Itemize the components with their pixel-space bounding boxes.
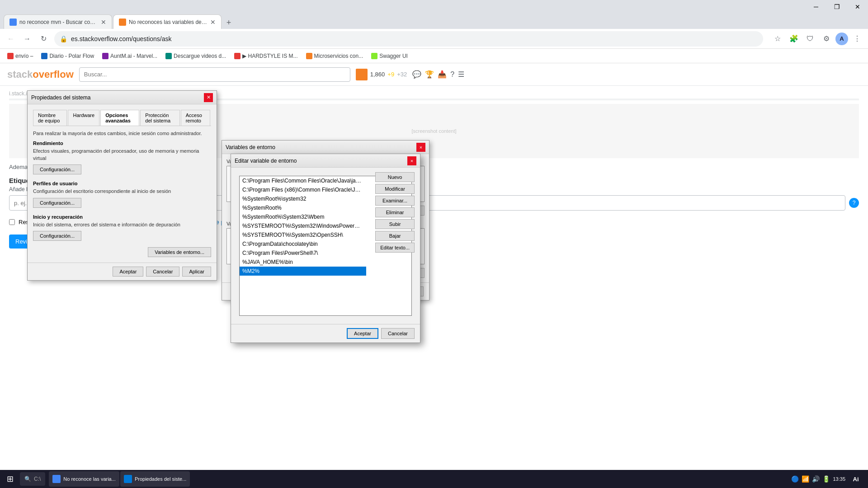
env-vars-btn[interactable]: Variables de entorno... (148, 247, 211, 257)
path-entry-8[interactable]: C:\Program Files\PowerShell\7\ (240, 249, 366, 258)
path-entry-5[interactable]: %SYSTEMROOT%\System32\WindowsPowerShell\… (240, 221, 366, 230)
bookmark-label: Swagger UI (379, 53, 408, 59)
path-entry-4[interactable]: %SystemRoot%\System32\Wbem (240, 212, 366, 221)
sys-props-aceptar-btn[interactable]: Aceptar (113, 267, 143, 277)
forward-button[interactable]: → (20, 32, 34, 46)
taskbar-sysprops-icon (124, 475, 132, 483)
trophy-icon[interactable]: 🏆 (425, 70, 434, 79)
sys-props-cancelar-btn[interactable]: Cancelar (146, 267, 179, 277)
sys-props-close-btn[interactable]: ✕ (204, 93, 213, 102)
bookmark-hardstyle[interactable]: ▶ HARDSTYLE IS M... (231, 51, 301, 61)
env-vars-row: Variables de entorno... (33, 247, 211, 257)
bookmark-favicon (102, 53, 108, 59)
taskbar-items: No reconoce las varia... Propiedades del… (49, 471, 788, 487)
sys-props-dialog: Propiedades del sistema ✕ Nombre de equi… (27, 90, 217, 281)
env-vars-close-btn[interactable]: × (416, 143, 425, 152)
path-entry-6[interactable]: %SYSTEMROOT%\System32\OpenSSH\ (240, 230, 366, 239)
perfiles-section: Perfiles de usuario Configuración del es… (33, 181, 211, 207)
edit-env-nuevo-btn[interactable]: Nuevo (375, 172, 415, 182)
tags-help-icon[interactable]: ? (849, 198, 859, 208)
taskbar-time: 13:35 (833, 476, 845, 482)
settings-icon[interactable]: ⚙ (819, 32, 834, 46)
self-answer-checkbox[interactable] (9, 219, 15, 225)
path-entry-1[interactable]: C:\Program Files (x86)\Common Files\Orac… (240, 185, 366, 194)
tab-close-1[interactable]: ✕ (101, 19, 106, 26)
edit-env-editar-texto-btn[interactable]: Editar texto... (375, 243, 415, 253)
minimize-button[interactable]: ─ (806, 0, 826, 14)
edit-env-modificar-btn[interactable]: Modificar (375, 184, 415, 194)
tab-close-2[interactable]: ✕ (210, 19, 216, 26)
bookmark-favicon (41, 53, 47, 59)
edit-env-close-btn[interactable]: × (407, 156, 416, 165)
edit-env-subir-btn[interactable]: Subir (375, 219, 415, 229)
back-button[interactable]: ← (4, 32, 18, 46)
sys-props-aplicar-btn[interactable]: Aplicar (182, 267, 211, 277)
tab-acceso-remoto[interactable]: Acceso remoto (181, 110, 210, 126)
tab-1[interactable]: no reconoce mvn - Buscar con G... ✕ (4, 14, 112, 29)
edit-env-bajar-btn[interactable]: Bajar (375, 231, 415, 241)
so-search-input[interactable] (79, 67, 350, 82)
taskbar-sysprops-item[interactable]: Propiedades del siste... (120, 471, 190, 487)
path-entry-2[interactable]: %SystemRoot%\system32 (240, 194, 366, 203)
taskbar-search[interactable]: 🔍 C:\ (20, 472, 45, 486)
menu-icon[interactable]: ⋮ (850, 32, 864, 46)
profile-button[interactable]: A (835, 33, 848, 45)
taskbar-sys-icons: 🔵 📶 🔊 🔋 13:35 (788, 475, 849, 483)
shield-icon[interactable]: 🛡 (803, 32, 817, 46)
bookmark-auntmai[interactable]: AuntM.ai - Marvel... (99, 51, 161, 61)
perfiles-config-btn[interactable]: Configuración... (33, 198, 81, 208)
taskbar-corner[interactable] (863, 470, 866, 488)
bookmark-diario[interactable]: Diario - Polar Flow (38, 51, 98, 61)
path-entry-10[interactable]: %M2% (240, 267, 366, 276)
close-window-button[interactable]: ✕ (847, 0, 868, 14)
edit-env-cancelar-btn[interactable]: Cancelar (381, 328, 415, 339)
taskbar: ⊞ 🔍 C:\ No reconoce las varia... Propied… (0, 470, 868, 488)
bookmark-videos[interactable]: Descargue videos d... (162, 51, 230, 61)
inicio-desc: Inicio del sistema, errores del sistema … (33, 221, 211, 228)
inbox-icon[interactable]: 📥 (438, 70, 447, 79)
start-button[interactable]: ⊞ (2, 471, 18, 487)
bookmark-favicon (165, 53, 172, 59)
edit-env-titlebar: Editar variable de entorno × (231, 154, 420, 168)
edit-env-dialog: Editar variable de entorno × C:\Program … (231, 154, 420, 343)
tab-nombre-equipo[interactable]: Nombre de equipo (33, 110, 67, 126)
bookmark-star-icon[interactable]: ☆ (770, 32, 785, 46)
bookmark-envio[interactable]: envío – (4, 51, 37, 61)
rendimiento-config-btn[interactable]: Configuración... (33, 164, 81, 174)
edit-env-examinar-btn[interactable]: Examinar... (375, 196, 415, 206)
edit-env-action-btns: Nuevo Modificar Examinar... Eliminar Sub… (375, 172, 415, 253)
extensions-icon[interactable]: 🧩 (787, 32, 801, 46)
taskbar-chrome-label: No reconoce las varia... (63, 476, 116, 482)
edit-env-eliminar-btn[interactable]: Eliminar (375, 207, 415, 217)
so-search[interactable] (79, 67, 350, 82)
taskbar-chrome-item[interactable]: No reconoce las varia... (49, 471, 119, 487)
path-entry-9[interactable]: %JAVA_HOME%\bin (240, 258, 366, 267)
refresh-button[interactable]: ↻ (36, 32, 51, 46)
address-bar[interactable]: 🔒 es.stackoverflow.com/questions/ask (54, 31, 763, 47)
volume-icon[interactable]: 🔊 (812, 475, 820, 483)
tab-2[interactable]: No reconoces las variables de en... ✕ (113, 14, 222, 29)
bookmark-swagger[interactable]: Swagger UI (368, 51, 411, 61)
path-entry-7[interactable]: C:\ProgramData\chocolatey\bin (240, 239, 366, 249)
path-entry-3[interactable]: %SystemRoot% (240, 203, 366, 212)
path-entry-0[interactable]: C:\Program Files\Common Files\Oracle\Jav… (240, 176, 366, 185)
new-tab-button[interactable]: + (222, 16, 235, 29)
edit-env-aceptar-btn[interactable]: Aceptar (347, 328, 378, 339)
taskbar-ai-button[interactable]: Ai (849, 472, 863, 486)
edit-env-footer: Aceptar Cancelar (231, 324, 420, 343)
tab-proteccion[interactable]: Protección del sistema (140, 110, 179, 126)
bookmark-microservicios[interactable]: Microservicios con... (302, 51, 367, 61)
chat-icon[interactable]: 💬 (412, 70, 421, 79)
tab-opciones-avanzadas[interactable]: Opciones avanzadas (100, 110, 139, 126)
sys-props-titlebar: Propiedades del sistema ✕ (28, 91, 217, 104)
lock-icon: 🔒 (60, 35, 67, 42)
bookmark-label: Descargue videos d... (174, 53, 226, 59)
maximize-button[interactable]: ❐ (826, 0, 847, 14)
perfiles-desc: Configuración del escritorio correspondi… (33, 188, 211, 195)
inicio-config-btn[interactable]: Configuración... (33, 231, 81, 241)
hamburger-icon[interactable]: ☰ (458, 70, 464, 79)
help-icon[interactable]: ? (450, 70, 454, 79)
tab-hardware[interactable]: Hardware (68, 110, 99, 126)
chrome-titlebar: ─ ❐ ✕ (0, 0, 868, 14)
rendimiento-section: Rendimiento Efectos visuales, programaci… (33, 141, 211, 174)
